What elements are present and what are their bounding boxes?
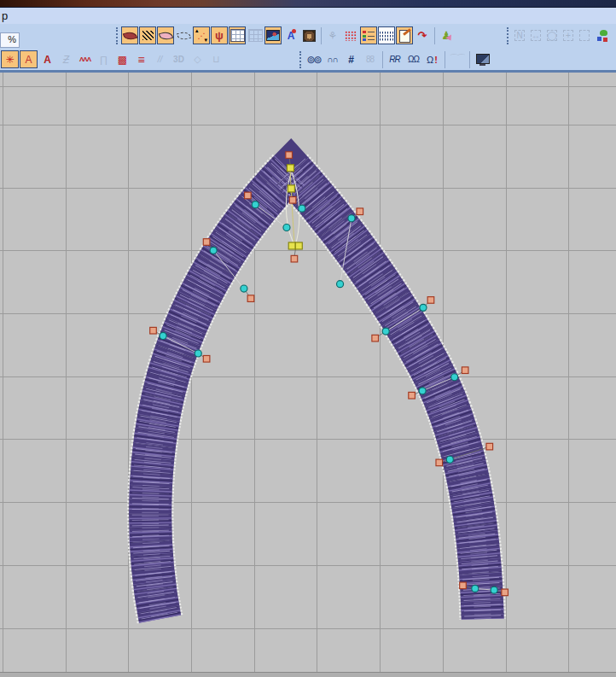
- menu-item-help-fragment[interactable]: p: [2, 9, 8, 22]
- object-list-button[interactable]: [360, 26, 377, 44]
- outline-shape-button[interactable]: [157, 26, 174, 44]
- hoop-basket-button: ⊔: [207, 50, 225, 68]
- grid-on-button[interactable]: [229, 26, 246, 44]
- curve-control-point[interactable]: [491, 587, 497, 593]
- curve-control-point[interactable]: [241, 285, 247, 292]
- omega-single-button[interactable]: Ω: [423, 50, 441, 68]
- reshape-handle[interactable]: [372, 335, 379, 341]
- stretch-horizontal-button: ↔: [528, 26, 543, 44]
- zoom-percent-field[interactable]: %: [0, 32, 20, 48]
- tatami-fill-button[interactable]: [139, 26, 156, 44]
- rotate-object-button: ◯: [544, 26, 560, 44]
- design-library-button: ⚘: [324, 26, 341, 44]
- dashed-outline-shape-button[interactable]: [175, 26, 192, 44]
- reshape-handle[interactable]: [357, 208, 363, 215]
- stitch-toolbar-left-icons: ✳AAƵΛΛΛ∏▩≡//3D◇⊔: [1, 50, 226, 68]
- applique-eye-button: ◇: [189, 50, 206, 68]
- stitch-toolbar-right-icons: ⊚⊚∩∩#88RRΩΩΩ⌒⌒: [299, 50, 491, 68]
- curve-control-point[interactable]: [451, 374, 458, 381]
- branching-tool-button[interactable]: ψ: [211, 26, 228, 44]
- reshape-handle[interactable]: [203, 239, 210, 246]
- photo-tool-button[interactable]: [300, 26, 317, 44]
- reshape-handle[interactable]: [203, 355, 210, 362]
- anchor-point[interactable]: [295, 242, 302, 249]
- reshape-handle[interactable]: [462, 367, 468, 374]
- 3d-effect-button: 3D: [170, 50, 188, 68]
- embroidery-design[interactable]: [0, 73, 616, 677]
- design-canvas[interactable]: [0, 72, 616, 677]
- lettering-tool-button[interactable]: A: [282, 26, 299, 44]
- curve-control-point[interactable]: [446, 456, 453, 463]
- motif-fill-button[interactable]: ▩: [113, 50, 131, 68]
- reshape-handle[interactable]: [286, 152, 293, 159]
- stitch-dots-button[interactable]: [342, 26, 359, 44]
- reshape-handle[interactable]: [245, 192, 252, 199]
- toolbar-separator: [445, 51, 445, 68]
- menu-bar: p: [0, 8, 616, 24]
- transform-toolbar-drag-handle[interactable]: [507, 27, 508, 44]
- bitmap-image-button[interactable]: [264, 26, 282, 44]
- reshape-handle[interactable]: [291, 255, 298, 262]
- stitch-toolbar: ✳AAƵΛΛΛ∏▩≡//3D◇⊔ ⊚⊚∩∩#88RRΩΩΩ⌒⌒: [0, 48, 616, 72]
- curve-control-point[interactable]: [252, 201, 259, 208]
- band-light-stitches: [150, 170, 483, 620]
- satin-lines-button[interactable]: ≡: [132, 50, 150, 68]
- satin-band[interactable]: [150, 170, 483, 620]
- coil-stitch-button[interactable]: ⊚⊚: [305, 50, 323, 68]
- anchor-point[interactable]: [288, 185, 294, 192]
- satin-fill-button[interactable]: [121, 26, 138, 44]
- ring-fill-button: 88: [361, 50, 379, 68]
- loop-stitch-button[interactable]: ∩∩: [323, 50, 341, 68]
- anchor-point[interactable]: [287, 165, 293, 172]
- curve-control-point[interactable]: [348, 215, 355, 222]
- reshape-handle[interactable]: [436, 459, 443, 466]
- object-properties-button[interactable]: [396, 26, 413, 44]
- curve-control-point[interactable]: [299, 205, 305, 212]
- double-omega-button[interactable]: ΩΩ: [404, 50, 422, 68]
- run-stitch-button[interactable]: ⋰: [193, 26, 210, 44]
- reshape-handle[interactable]: [247, 295, 254, 302]
- toolbar-separator: [321, 27, 322, 44]
- main-toolbar-drag-handle[interactable]: [116, 27, 118, 44]
- auto-digitize-button[interactable]: ↷: [414, 26, 431, 44]
- curve-control-point[interactable]: [419, 388, 426, 394]
- reshape-handle[interactable]: [502, 589, 508, 596]
- curve-control-point[interactable]: [195, 350, 201, 357]
- curve-control-point[interactable]: [382, 328, 389, 335]
- reshape-handle[interactable]: [486, 443, 493, 450]
- curve-control-point[interactable]: [420, 304, 427, 311]
- application-window: p % ⋰ψA⚘↷♟ N↔◯+ ✳AAƵΛΛΛ∏▩≡//3D◇⊔ ⊚⊚∩∩#88…: [0, 0, 616, 677]
- center-object-button: +: [561, 26, 576, 44]
- reshape-handle[interactable]: [427, 297, 434, 304]
- screen-preview-button[interactable]: [473, 50, 491, 68]
- weave-fill-button[interactable]: #: [342, 50, 360, 68]
- main-toolbar-icons: ⋰ψA⚘↷♟: [115, 26, 456, 44]
- toolbar-separator: [382, 51, 383, 68]
- toolbar-separator: [469, 51, 470, 68]
- curve-control-point[interactable]: [283, 224, 290, 231]
- stitch-angle-button[interactable]: ✳: [1, 50, 19, 68]
- stitch-density-button[interactable]: [378, 26, 395, 44]
- curve-control-point[interactable]: [160, 332, 166, 339]
- curve-control-point[interactable]: [337, 281, 344, 288]
- anchor-point[interactable]: [288, 242, 295, 249]
- letter-outline-button[interactable]: A: [20, 50, 38, 68]
- column-stitch-button: ∏: [95, 50, 113, 68]
- window-titlebar: [0, 0, 616, 8]
- zigzag-stitch-button[interactable]: ΛΛΛ: [76, 50, 94, 68]
- connector-stitch-button: Ƶ: [57, 50, 75, 68]
- reshape-handle[interactable]: [289, 197, 296, 204]
- letter-solid-button[interactable]: A: [38, 50, 56, 68]
- zoom-percent-label: %: [8, 34, 16, 44]
- transform-toolbar-icons: N↔◯+: [506, 26, 609, 44]
- mascot-wizard-button[interactable]: ♟: [438, 26, 455, 44]
- scale-to-fit-button[interactable]: [593, 26, 608, 44]
- reshape-handle[interactable]: [409, 392, 416, 399]
- curve-control-point[interactable]: [472, 585, 479, 592]
- stitch-toolbar-drag-handle[interactable]: [299, 51, 301, 68]
- reshape-handle[interactable]: [460, 582, 467, 589]
- reshape-handle[interactable]: [150, 327, 157, 334]
- curve-control-point[interactable]: [210, 247, 217, 254]
- main-toolbar: % ⋰ψA⚘↷♟ N↔◯+: [0, 24, 616, 48]
- mirror-copy-button[interactable]: RR: [386, 50, 404, 68]
